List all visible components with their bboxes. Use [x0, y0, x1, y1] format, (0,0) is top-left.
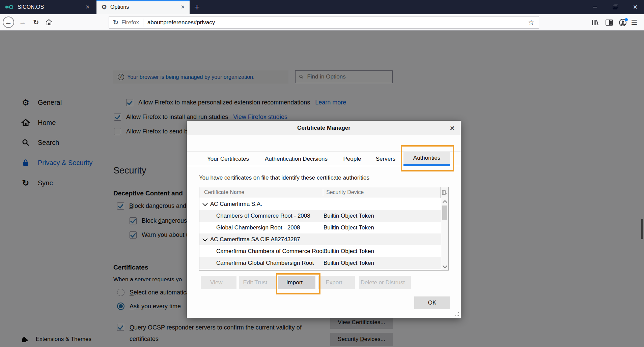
page-scrollbar-thumb[interactable] — [641, 219, 643, 239]
tab-people[interactable]: People — [332, 152, 372, 166]
window-titlebar: SICON.OS ✕ ⚙ Options ✕ + ✕ — [0, 0, 644, 14]
preferences-page: ⚙ General Home Search Privacy & Security… — [0, 31, 644, 347]
back-button[interactable]: ← — [3, 17, 14, 28]
table-header: Certificate Name Security Device — [199, 187, 448, 198]
browser-tab-options[interactable]: ⚙ Options ✕ — [96, 0, 190, 14]
window-minimize-button[interactable] — [587, 0, 603, 14]
tab-close-icon[interactable]: ✕ — [85, 4, 90, 10]
library-button[interactable] — [589, 17, 601, 29]
certificate-group-row[interactable]: AC Camerfirma SA CIF A82743287 — [199, 233, 441, 245]
chevron-down-icon[interactable] — [202, 201, 208, 206]
url-text[interactable]: about:preferences#privacy — [143, 19, 219, 26]
new-tab-button[interactable]: + — [191, 2, 203, 12]
bookmark-star-icon[interactable]: ☆ — [528, 19, 539, 27]
scrollbar-thumb[interactable] — [442, 206, 447, 220]
forward-button[interactable]: → — [17, 17, 28, 28]
certificate-row[interactable]: Chambers of Commerce Root - 2008 Builtin… — [199, 210, 441, 222]
certificate-row[interactable]: Camerfirma Global Chambersign Root Built… — [199, 257, 441, 269]
browser-tab-sicon[interactable]: SICON.OS ✕ — [0, 0, 94, 14]
restore-icon — [613, 5, 617, 9]
scroll-up-icon[interactable] — [443, 200, 447, 205]
sidebar-panel-icon — [605, 19, 613, 26]
account-notification-dot — [625, 18, 628, 21]
account-button[interactable] — [617, 17, 629, 29]
sicon-logo-icon — [5, 4, 14, 10]
certificate-row[interactable]: Global Chambersign Root - 2008 Builtin O… — [199, 222, 441, 233]
column-separator[interactable] — [323, 189, 323, 196]
tab-title: Options — [110, 4, 177, 10]
library-icon — [591, 19, 599, 26]
minimize-icon — [593, 7, 597, 7]
chevron-down-icon[interactable] — [202, 236, 208, 242]
column-picker-icon — [442, 190, 447, 195]
home-button[interactable] — [43, 17, 55, 28]
menu-button[interactable]: ☰ — [628, 17, 640, 29]
dialog-description: You have certificates on file that ident… — [199, 175, 369, 181]
dialog-titlebar: Certificate Manager ✕ — [187, 121, 461, 135]
reload-button[interactable]: ↻ — [30, 17, 42, 28]
edit-trust-button[interactable]: Edit Trust... — [239, 276, 276, 289]
column-picker-button[interactable] — [440, 187, 448, 198]
tab-close-icon[interactable]: ✕ — [180, 4, 185, 10]
home-icon — [45, 19, 53, 26]
dialog-title: Certificate Manager — [297, 125, 351, 131]
dialog-close-icon[interactable]: ✕ — [450, 125, 455, 132]
dialog-tabstrip: Your Certificates Authentication Decisio… — [187, 152, 461, 166]
identity-label: Firefox — [121, 19, 139, 26]
firefox-logo-icon: ↻ — [113, 19, 118, 26]
gear-icon: ⚙ — [101, 3, 107, 11]
url-bar[interactable]: ↻ Firefox about:preferences#privacy ☆ — [109, 16, 539, 29]
ok-button[interactable]: OK — [414, 296, 450, 309]
import-button[interactable]: Import... — [278, 276, 315, 289]
column-certificate-name[interactable]: Certificate Name — [204, 189, 244, 195]
certificate-group-row[interactable]: AC Camerfirma S.A. — [199, 198, 441, 210]
browser-toolbar: ← → ↻ ↻ Firefox about:preferences#privac… — [0, 14, 644, 31]
tab-authentication-decisions[interactable]: Authentication Decisions — [262, 152, 330, 166]
resize-grip[interactable] — [455, 312, 459, 316]
sidebars-button[interactable] — [603, 17, 615, 29]
tab-servers[interactable]: Servers — [367, 152, 404, 166]
delete-or-distrust-button[interactable]: Delete or Distrust... — [359, 276, 411, 289]
table-body: AC Camerfirma S.A. Chambers of Commerce … — [199, 198, 441, 270]
export-button[interactable]: Export... — [318, 276, 355, 289]
tab-title: SICON.OS — [18, 4, 82, 10]
tab-your-certificates[interactable]: Your Certificates — [199, 152, 257, 166]
window-close-button[interactable]: ✕ — [627, 0, 643, 14]
column-security-device[interactable]: Security Device — [326, 189, 364, 195]
view-button[interactable]: View... — [201, 276, 236, 289]
certificate-row[interactable]: Camerfirma Chambers of Commerce Root Bui… — [199, 245, 441, 257]
tab-authorities[interactable]: Authorities — [403, 152, 450, 166]
table-scrollbar[interactable] — [441, 198, 448, 270]
certificates-table: Certificate Name Security Device AC Came… — [199, 187, 449, 271]
window-restore-button[interactable] — [607, 0, 623, 14]
certificate-manager-dialog: Certificate Manager ✕ Your Certificates … — [187, 121, 461, 318]
identity-badge[interactable]: ↻ Firefox — [109, 19, 143, 26]
scroll-down-icon[interactable] — [443, 263, 447, 268]
